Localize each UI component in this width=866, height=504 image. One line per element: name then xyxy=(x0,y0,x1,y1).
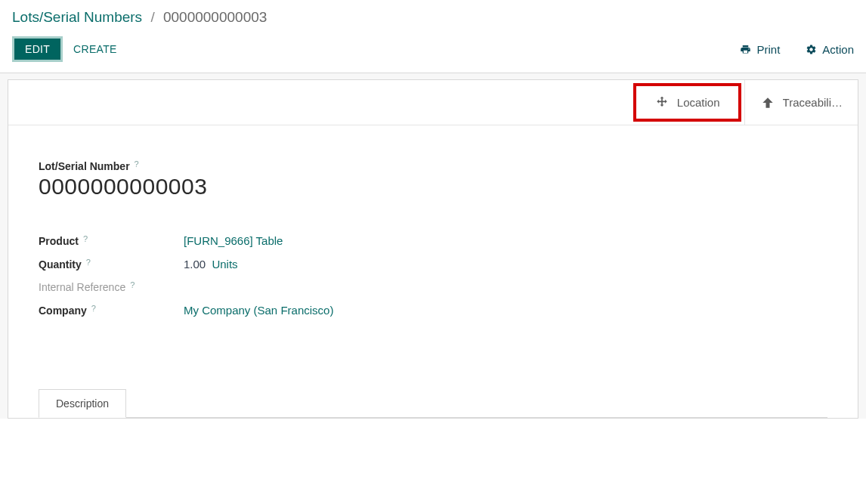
company-row: Company ? My Company (San Francisco) xyxy=(39,304,827,317)
product-value[interactable]: [FURN_9666] Table xyxy=(184,234,283,247)
breadcrumb-current: 0000000000003 xyxy=(163,9,267,25)
breadcrumb: Lots/Serial Numbers / 0000000000003 xyxy=(12,9,854,26)
help-icon[interactable]: ? xyxy=(91,304,96,313)
company-label-text: Company xyxy=(39,305,87,317)
help-icon[interactable]: ? xyxy=(83,234,88,243)
print-icon xyxy=(740,44,751,55)
quantity-row: Quantity ? 1.00 Units xyxy=(39,258,827,271)
toolbar-left: EDIT CREATE xyxy=(12,36,117,62)
traceability-label: Traceabili… xyxy=(783,96,843,109)
tabs: Description xyxy=(39,389,827,418)
lot-serial-label-text: Lot/Serial Number xyxy=(39,160,130,172)
lot-serial-value: 0000000000003 xyxy=(39,174,827,199)
toolbar-right: Print Action xyxy=(740,43,854,56)
print-button[interactable]: Print xyxy=(740,43,780,56)
title-group: Lot/Serial Number ? 0000000000003 xyxy=(39,160,827,199)
location-label: Location xyxy=(677,96,720,109)
move-icon xyxy=(654,95,670,110)
control-panel: Lots/Serial Numbers / 0000000000003 EDIT… xyxy=(0,0,866,73)
quantity-number: 1.00 xyxy=(184,258,206,271)
internal-reference-row: Internal Reference ? xyxy=(39,281,827,293)
quantity-label-text: Quantity xyxy=(39,258,82,271)
button-box: Location Traceabili… xyxy=(8,80,858,125)
field-group: Product ? [FURN_9666] Table Quantity ? 1… xyxy=(39,234,827,317)
breadcrumb-separator: / xyxy=(150,9,154,25)
help-icon[interactable]: ? xyxy=(135,159,139,169)
toolbar-row: EDIT CREATE Print Action xyxy=(12,36,854,62)
form-sheet-wrap: Location Traceabili… Lot/Serial Number ?… xyxy=(0,73,866,419)
company-value[interactable]: My Company (San Francisco) xyxy=(184,304,333,317)
gear-icon xyxy=(806,44,817,55)
action-label: Action xyxy=(822,43,854,56)
company-label: Company ? xyxy=(39,305,184,317)
traceability-button[interactable]: Traceabili… xyxy=(744,80,858,125)
highlight-annotation: Location xyxy=(633,83,741,122)
tab-description[interactable]: Description xyxy=(39,389,126,418)
internal-reference-label-text: Internal Reference xyxy=(39,281,125,293)
internal-reference-label: Internal Reference ? xyxy=(39,281,184,293)
print-label: Print xyxy=(756,43,780,56)
create-button[interactable]: CREATE xyxy=(73,43,117,55)
quantity-uom[interactable]: Units xyxy=(212,258,237,271)
product-row: Product ? [FURN_9666] Table xyxy=(39,234,827,247)
edit-button[interactable]: EDIT xyxy=(12,36,63,62)
lot-serial-label: Lot/Serial Number ? xyxy=(39,160,827,172)
location-button[interactable]: Location xyxy=(639,88,735,117)
product-label-text: Product xyxy=(39,235,79,247)
help-icon[interactable]: ? xyxy=(86,258,91,267)
action-button[interactable]: Action xyxy=(806,43,854,56)
sheet-body: Lot/Serial Number ? 0000000000003 Produc… xyxy=(8,125,858,418)
arrow-up-icon xyxy=(760,95,775,110)
quantity-label: Quantity ? xyxy=(39,258,184,271)
form-sheet: Location Traceabili… Lot/Serial Number ?… xyxy=(8,79,858,419)
breadcrumb-parent-link[interactable]: Lots/Serial Numbers xyxy=(12,9,142,25)
quantity-value: 1.00 Units xyxy=(184,258,238,271)
help-icon[interactable]: ? xyxy=(130,280,135,289)
product-label: Product ? xyxy=(39,235,184,247)
